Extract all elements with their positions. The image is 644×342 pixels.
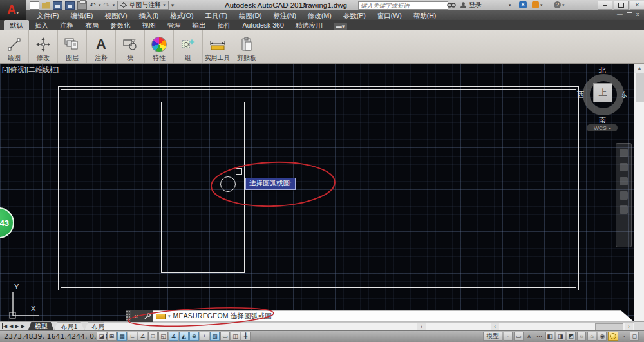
object-snap-toggle[interactable]: □ — [148, 332, 158, 341]
quick-view-layouts-button[interactable]: ▫ — [504, 332, 513, 341]
viewport-controls-label[interactable]: [-][俯视][二维线框] — [2, 65, 59, 75]
redo-button[interactable]: ↷ — [104, 1, 110, 9]
search-input[interactable] — [358, 1, 448, 10]
autodesk360-icon[interactable]: ▾ — [532, 1, 543, 9]
infer-constraints-toggle[interactable]: ◪ — [97, 332, 106, 341]
panel-utilities[interactable]: 实用工具 — [203, 30, 232, 63]
menu-draw[interactable]: 绘图(D) — [233, 11, 268, 20]
viewcube-west-label[interactable]: 西 — [577, 90, 584, 100]
vertical-scroll-thumb[interactable] — [636, 73, 644, 102]
panel-draw[interactable]: 绘图 — [0, 30, 29, 63]
tray-dot-icon[interactable]: · — [620, 332, 629, 341]
save-icon[interactable] — [53, 1, 62, 10]
command-drag-handle[interactable] — [126, 310, 131, 322]
annotation-visibility-button[interactable]: ◨ — [556, 332, 565, 341]
panel-group[interactable]: 组 — [174, 30, 203, 63]
pan-icon[interactable] — [620, 163, 628, 171]
app-menu-button[interactable]: A▾ — [0, 0, 26, 20]
undo-button[interactable]: ↶ — [90, 1, 96, 9]
transparency-toggle[interactable]: ▨ — [210, 332, 220, 341]
snap-mode-toggle[interactable]: ⊞ — [107, 332, 117, 341]
panel-layers[interactable]: 图层 — [58, 30, 87, 63]
panel-annotation[interactable]: A 注释 — [87, 30, 116, 63]
prev-tab-icon[interactable]: ◀ — [9, 323, 13, 329]
workspace-combo[interactable]: 草图与注释 ▾ — [117, 1, 169, 10]
menu-file[interactable]: 文件(F) — [31, 11, 64, 20]
horizontal-scrollbar[interactable]: ‹ ‹ › — [104, 322, 634, 330]
annotation-scale-button[interactable]: ◧ — [545, 332, 555, 341]
menu-help[interactable]: 帮助(H) — [408, 11, 442, 20]
new-file-icon[interactable] — [30, 1, 39, 10]
horizontal-scroll-thumb[interactable] — [595, 323, 623, 330]
doc-close-icon[interactable]: x — [636, 12, 639, 17]
toolbar-lock-button[interactable]: ⌂ — [587, 332, 596, 341]
annotation-monitor-toggle[interactable]: ╋ — [241, 332, 251, 341]
command-line-dock[interactable]: × ▾ MEASUREGEOM 选择圆弧或圆: — [126, 310, 634, 322]
menu-edit[interactable]: 编辑(E) — [64, 11, 99, 20]
object-snap-tracking-toggle[interactable]: ∡ — [169, 332, 178, 341]
restore-button[interactable] — [614, 1, 629, 10]
wcs-dropdown[interactable]: WCS▾ — [587, 124, 618, 131]
save-as-icon[interactable] — [65, 1, 75, 10]
dynamic-input-toggle[interactable]: ⊕ — [189, 332, 199, 341]
ribbon-tab-manage[interactable]: 管理 — [162, 20, 187, 30]
ortho-mode-toggle[interactable]: ∟ — [128, 332, 137, 341]
doc-minimize-icon[interactable]: — — [617, 12, 623, 17]
tab-model[interactable]: 模型 — [28, 322, 54, 330]
viewcube-top-face[interactable]: 上 — [593, 83, 612, 102]
help-icon[interactable]: ?▾ — [554, 1, 565, 9]
hscroll-left-icon[interactable]: ‹ — [417, 323, 426, 330]
3d-object-snap-toggle[interactable]: ◱ — [158, 332, 168, 341]
menu-modify[interactable]: 修改(M) — [302, 11, 337, 20]
orbit-icon[interactable] — [620, 191, 628, 200]
ribbon-tab-featured[interactable]: 精选应用 — [290, 20, 328, 30]
status-menu-dots-icon[interactable]: ⋯ — [535, 332, 544, 341]
viewcube-east-label[interactable]: 东 — [621, 90, 628, 100]
ribbon-tab-output[interactable]: 输出 — [187, 20, 212, 30]
menu-format[interactable]: 格式(O) — [164, 11, 199, 20]
dynamic-ucs-toggle[interactable]: ◭ — [179, 332, 189, 341]
ribbon-tab-home[interactable]: 默认 — [4, 20, 29, 30]
lineweight-toggle[interactable]: + — [200, 332, 209, 341]
workspace-switching-button[interactable]: ☼ — [577, 332, 586, 341]
qat-customize-icon[interactable]: ▾ — [171, 2, 175, 8]
quick-properties-toggle[interactable]: ▭ — [220, 332, 230, 341]
search-icon[interactable] — [447, 1, 456, 9]
ribbon-tab-insert[interactable]: 插入 — [29, 20, 54, 30]
panel-clipboard[interactable]: 剪贴板 — [232, 30, 261, 63]
ribbon-tab-annotate[interactable]: 注释 — [54, 20, 79, 30]
panel-block[interactable]: 块 — [116, 30, 145, 63]
quick-view-drawings-button[interactable]: ▭ — [514, 332, 524, 341]
ribbon-collapse-icon[interactable]: ▬▾ — [334, 23, 348, 30]
grid-display-toggle[interactable]: ▦ — [117, 332, 127, 341]
close-button[interactable]: × — [630, 1, 644, 10]
open-file-icon[interactable] — [42, 2, 50, 9]
hardware-acceleration-button[interactable]: ◉ — [598, 332, 607, 341]
ribbon-tab-view[interactable]: 视图 — [137, 20, 162, 30]
steering-wheel-icon[interactable] — [620, 149, 628, 157]
menu-window[interactable]: 窗口(W) — [372, 11, 408, 20]
selection-cycling-toggle[interactable]: ◫ — [231, 332, 240, 341]
ribbon-tab-layout[interactable]: 布局 — [79, 20, 104, 30]
user-icon[interactable] — [460, 1, 467, 9]
exchange-apps-icon[interactable]: X — [519, 1, 527, 8]
tab-layout1[interactable]: 布局1 — [54, 322, 85, 330]
doc-restore-icon[interactable] — [627, 12, 632, 17]
panel-properties[interactable]: 特性 — [145, 30, 174, 63]
hscroll-left2-icon[interactable]: ‹ — [491, 323, 499, 330]
outer-rectangle-inner-line[interactable] — [61, 89, 576, 288]
menu-insert[interactable]: 插入(I) — [133, 11, 164, 20]
redo-dropdown-icon[interactable]: ▾ — [113, 3, 115, 8]
menu-view[interactable]: 视图(V) — [99, 11, 133, 20]
ribbon-tab-plugins[interactable]: 插件 — [212, 20, 237, 30]
clean-screen-button[interactable]: ◻ — [630, 332, 639, 341]
minimize-button[interactable] — [598, 1, 612, 10]
annotation-autoscale-button[interactable]: ◩ — [567, 332, 576, 341]
viewcube-north-label[interactable]: 北 — [599, 66, 606, 75]
ribbon-tab-parametric[interactable]: 参数化 — [104, 20, 137, 30]
undo-dropdown-icon[interactable]: ▾ — [99, 3, 101, 8]
vertical-scrollbar[interactable]: ▲ ▼ — [634, 64, 644, 330]
navigation-bar[interactable] — [616, 143, 632, 247]
sign-in-dropdown-icon[interactable]: ▾ — [509, 1, 511, 9]
sign-in-link[interactable]: 登录 — [469, 1, 482, 9]
